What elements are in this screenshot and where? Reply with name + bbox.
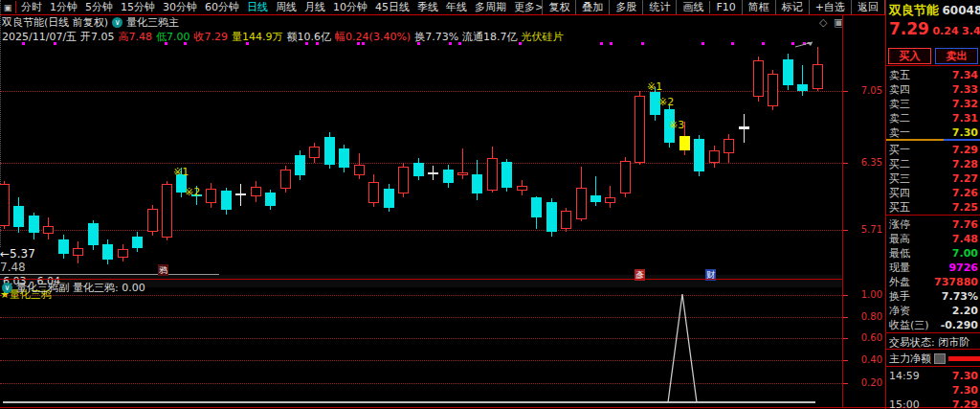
price-change-pct: 3.40%	[962, 25, 980, 37]
stat-value: 7.73%	[942, 290, 978, 303]
stat-row: 现量9726	[889, 261, 978, 274]
sidebar-stock-code: 600481	[943, 4, 980, 17]
stat-value: 7.48	[952, 233, 978, 245]
quote-sidebar: 双良节能 600481 7.29 0.24 3.40% 买入 卖出 卖五7.34…	[886, 0, 980, 409]
ask-value[interactable]: 7.34	[952, 69, 978, 81]
bid-row: 买二7.28	[889, 157, 978, 170]
tick-row: 7.30	[889, 383, 978, 397]
bid-value[interactable]: 7.25	[952, 201, 978, 214]
main-flow-bar	[948, 356, 980, 361]
stat-value: 9726	[948, 261, 978, 274]
stat-label: 最低	[889, 246, 910, 261]
bid-row: 买四7.26	[889, 186, 978, 199]
tick-value: 7.30	[952, 370, 978, 382]
ask-value[interactable]: 7.31	[952, 112, 978, 125]
stat-label: 现量	[889, 261, 910, 275]
bid-value[interactable]: 7.28	[952, 158, 978, 170]
ask-label: 卖四	[889, 82, 910, 97]
stat-label: 净资	[889, 304, 910, 318]
stat-label: 换手	[889, 289, 910, 304]
last-price: 7.29	[889, 19, 929, 38]
stat-row: 净资2.20	[889, 304, 978, 317]
main-flow-row: 主力净额	[889, 352, 980, 366]
tick-value: 7.29	[952, 398, 978, 409]
buy-button[interactable]: 买入	[888, 48, 931, 64]
bid-label: 买一	[889, 143, 910, 157]
stat-row: 涨停7.76	[889, 217, 978, 231]
trade-status: 交易状态: 闭市阶	[889, 335, 980, 350]
high-arrow-head	[807, 42, 813, 46]
bid-row: 买一7.29	[889, 143, 978, 156]
tick-row: 15:007.29	[889, 398, 978, 409]
main-flow-label: 主力净额	[889, 352, 931, 366]
ask-row: 卖四7.33	[889, 82, 978, 96]
gauge-sell-segment	[944, 139, 980, 141]
divider	[886, 366, 980, 367]
ask-row: 卖五7.34	[889, 68, 978, 81]
stat-value: 737880	[934, 276, 978, 288]
stat-row: 换手7.73%	[889, 289, 978, 303]
divider	[886, 215, 980, 216]
ask-row: 卖三7.32	[889, 97, 978, 110]
ask-label: 卖五	[889, 68, 910, 82]
bid-label: 买五	[889, 200, 910, 215]
sell-button[interactable]: 卖出	[935, 48, 978, 64]
ask-label: 卖一	[889, 125, 910, 140]
stat-row: 收益(三)-0.290	[889, 318, 978, 331]
divider	[886, 332, 980, 333]
trading-terminal: ▣ 分时1分钟5分钟15分钟30分钟60分钟日线周线月线10分钟45日线季线年线…	[0, 0, 980, 409]
ask-row: 卖一7.30	[889, 125, 978, 139]
stat-label: 外盘	[889, 275, 910, 289]
ask-row: 卖二7.31	[889, 111, 978, 125]
stat-label: 涨停	[889, 217, 910, 232]
bid-label: 买四	[889, 186, 910, 200]
indicator-spike	[668, 294, 697, 402]
ask-label: 卖二	[889, 111, 910, 125]
ask-value[interactable]: 7.30	[952, 126, 978, 139]
stat-value: 2.20	[952, 305, 978, 317]
bid-value[interactable]: 7.27	[952, 172, 978, 185]
stat-label: 收益(三)	[889, 318, 929, 332]
price-change: 0.24	[932, 25, 958, 37]
stat-value: -0.290	[941, 319, 978, 331]
bid-value[interactable]: 7.29	[952, 144, 978, 156]
tick-value: 7.30	[952, 384, 978, 397]
stat-value: 7.00	[952, 247, 978, 260]
bid-label: 买三	[889, 171, 910, 186]
chart-overlay-svg	[0, 0, 980, 409]
bid-row: 买五7.25	[889, 200, 978, 214]
bid-row: 买三7.27	[889, 171, 978, 185]
bid-label: 买二	[889, 157, 910, 171]
tick-row: 14:597.30	[889, 369, 978, 382]
stat-row: 最高7.48	[889, 232, 978, 245]
bid-value[interactable]: 7.26	[952, 187, 978, 199]
stat-value: 7.76	[952, 218, 978, 231]
menu-lines-icon[interactable]	[934, 353, 946, 364]
tick-label: 14:59	[889, 370, 920, 382]
stat-label: 最高	[889, 232, 910, 246]
divider	[886, 65, 980, 66]
ask-value[interactable]: 7.32	[952, 98, 978, 110]
gauge-buy-segment	[886, 139, 944, 141]
ask-label: 卖三	[889, 97, 910, 111]
stat-row: 最低7.00	[889, 246, 978, 260]
sidebar-stock-name[interactable]: 双良节能	[889, 3, 939, 17]
divider	[886, 349, 980, 350]
stat-row: 外盘737880	[889, 275, 978, 288]
ask-value[interactable]: 7.33	[952, 83, 978, 96]
tick-label: 15:00	[889, 398, 920, 409]
